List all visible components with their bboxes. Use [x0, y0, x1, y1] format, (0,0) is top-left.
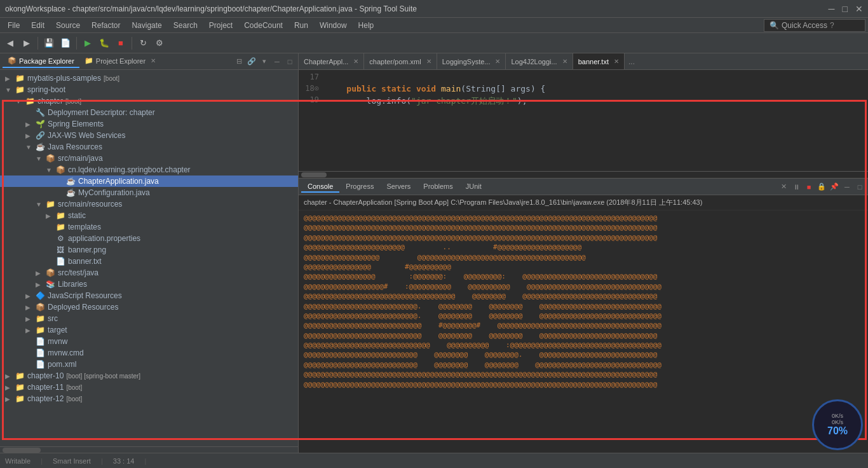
tree-item-3[interactable]: 🔧Deployment Descriptor: chapter	[0, 107, 298, 118]
tree-arrow-4[interactable]: ▶	[25, 121, 34, 128]
tree-item-5[interactable]: ▶🔗JAX-WS Web Services	[0, 130, 298, 141]
code-editor[interactable]: 17 18⊙ public static void main(String[] …	[299, 70, 868, 172]
tree-item-16[interactable]: 📄banner.txt	[0, 256, 298, 267]
tree-arrow-18[interactable]: ▶	[36, 281, 44, 288]
editor-tab-close-2[interactable]: ✕	[495, 58, 500, 65]
tab-problems[interactable]: Problems	[417, 181, 459, 193]
menu-item-source[interactable]: Source	[51, 20, 85, 31]
run-button[interactable]: ▶	[80, 36, 95, 51]
maximize-bottom-button[interactable]: □	[854, 181, 865, 193]
editor-tab-3[interactable]: Log4J2Loggi...✕	[506, 53, 573, 69]
tree-item-8[interactable]: ▼📦cn.lqdev.learning.springboot.chapter	[0, 164, 298, 176]
pin-button[interactable]: 📌	[829, 181, 840, 193]
tree-arrow-21[interactable]: ▶	[25, 315, 34, 322]
editor-tabs-overflow[interactable]: ...	[625, 57, 639, 66]
editor-tab-close-1[interactable]: ✕	[426, 58, 431, 65]
tab-junit[interactable]: JUnit	[459, 181, 488, 193]
tab-progress[interactable]: Progress	[339, 181, 380, 193]
tree-arrow-2[interactable]: ▼	[15, 98, 24, 105]
tab-package-explorer[interactable]: 📦 Package Explorer	[3, 55, 79, 68]
tree-item-12[interactable]: ▶📁static	[0, 210, 298, 221]
tree-item-17[interactable]: ▶📦src/test/java	[0, 267, 298, 279]
tree-item-7[interactable]: ▼📦src/main/java	[0, 153, 298, 164]
menu-item-window[interactable]: Window	[315, 20, 352, 31]
link-with-editor-button[interactable]: 🔗	[246, 56, 257, 67]
tree-arrow-12[interactable]: ▶	[46, 212, 55, 219]
forward-button[interactable]: ▶	[19, 36, 34, 51]
close-project-explorer-icon[interactable]: ✕	[151, 57, 156, 64]
editor-tab-close-4[interactable]: ✕	[614, 58, 619, 65]
tree-item-22[interactable]: ▶📁target	[0, 324, 298, 336]
tree-item-10[interactable]: ☕MyConfiguration.java	[0, 187, 298, 198]
tab-console[interactable]: Console	[301, 181, 339, 193]
horizontal-scrollbar[interactable]	[0, 446, 298, 453]
panel-menu-button[interactable]: ▾	[259, 56, 270, 67]
tree-item-19[interactable]: ▶🔷JavaScript Resources	[0, 290, 298, 301]
clear-console-button[interactable]: ✕	[778, 181, 789, 193]
minimize-bottom-button[interactable]: ─	[841, 181, 853, 193]
back-button[interactable]: ◀	[3, 36, 18, 51]
tree-arrow-7[interactable]: ▼	[36, 155, 44, 162]
tree-item-13[interactable]: 📁templates	[0, 221, 298, 233]
minimize-panel-button[interactable]: ─	[271, 56, 283, 67]
menu-item-help[interactable]: Help	[353, 20, 379, 31]
tree-item-18[interactable]: ▶📚Libraries	[0, 279, 298, 290]
tree-item-24[interactable]: 📄mvnw.cmd	[0, 347, 298, 359]
collapse-all-button[interactable]: ⊟	[233, 56, 245, 67]
tree-arrow-19[interactable]: ▶	[25, 292, 34, 299]
minimize-button[interactable]: ─	[829, 4, 835, 14]
tree-item-20[interactable]: ▶📦Deployed Resources	[0, 301, 298, 313]
tree-item-27[interactable]: ▶📁chapter-11[boot]	[0, 382, 298, 393]
tree-item-15[interactable]: 🖼banner.png	[0, 244, 298, 256]
tree-item-26[interactable]: ▶📁chapter-10[boot] [spring-boot master]	[0, 370, 298, 382]
tree-item-6[interactable]: ▼☕Java Resources	[0, 141, 298, 153]
menu-item-refactor[interactable]: Refactor	[86, 20, 125, 31]
tree-item-4[interactable]: ▶🌱Spring Elements	[0, 118, 298, 130]
maximize-panel-button[interactable]: □	[284, 56, 295, 67]
save-button[interactable]: 💾	[41, 36, 57, 51]
stop-button[interactable]: ■	[113, 36, 128, 51]
tree-arrow-27[interactable]: ▶	[5, 384, 14, 391]
tree-item-2[interactable]: ▼📁chapter[boot]	[0, 95, 298, 107]
maximize-button[interactable]: □	[843, 4, 848, 14]
menu-item-project[interactable]: Project	[204, 20, 238, 31]
tree-item-21[interactable]: ▶📁src	[0, 313, 298, 324]
tree-arrow-17[interactable]: ▶	[36, 270, 44, 277]
menu-item-edit[interactable]: Edit	[26, 20, 50, 31]
tree-arrow-1[interactable]: ▼	[5, 86, 14, 93]
settings-button[interactable]: ⚙	[152, 36, 167, 51]
menu-item-navigate[interactable]: Navigate	[126, 20, 166, 31]
editor-tab-close-3[interactable]: ✕	[562, 58, 567, 65]
tree-item-25[interactable]: 📄pom.xml	[0, 359, 298, 370]
tree-arrow-20[interactable]: ▶	[25, 304, 34, 311]
tree-item-11[interactable]: ▼📁src/main/resources	[0, 198, 298, 210]
tree-arrow-8[interactable]: ▼	[46, 167, 55, 174]
tree-item-14[interactable]: ⚙application.properties	[0, 233, 298, 244]
quick-access-box[interactable]: 🔍 Quick Access ?	[764, 19, 865, 32]
scrollbar-thumb[interactable]	[3, 448, 41, 453]
editor-tab-0[interactable]: ChapterAppl...✕	[299, 53, 364, 69]
menu-item-run[interactable]: Run	[289, 20, 313, 31]
tree-arrow-28[interactable]: ▶	[5, 396, 14, 403]
pause-console-button[interactable]: ⏸	[790, 181, 802, 193]
tab-project-explorer[interactable]: 📁 Project Explorer ✕	[79, 55, 161, 68]
tree-arrow-22[interactable]: ▶	[25, 327, 34, 334]
tree-item-1[interactable]: ▼📁spring-boot	[0, 84, 298, 95]
code-hscroll[interactable]	[299, 172, 868, 178]
tree-arrow-11[interactable]: ▼	[36, 201, 44, 208]
tree-item-0[interactable]: ▶📁mybatis-plus-samples[boot]	[0, 72, 298, 84]
tab-servers[interactable]: Servers	[380, 181, 417, 193]
editor-tab-2[interactable]: LoggingSyste...✕	[437, 53, 506, 69]
editor-tab-1[interactable]: chapter/pom.xml✕	[364, 53, 437, 69]
tree-item-23[interactable]: 📄mvnw	[0, 336, 298, 347]
new-button[interactable]: 📄	[58, 36, 73, 51]
stop-console-button[interactable]: ■	[803, 181, 815, 193]
code-hscroll-thumb[interactable]	[301, 172, 327, 177]
close-button[interactable]: ✕	[855, 4, 863, 14]
tree-arrow-5[interactable]: ▶	[25, 132, 34, 139]
tree-item-28[interactable]: ▶📁chapter-12[boot]	[0, 393, 298, 404]
scroll-lock-button[interactable]: 🔒	[816, 181, 827, 193]
editor-tab-close-0[interactable]: ✕	[353, 58, 358, 65]
debug-button[interactable]: 🐛	[97, 36, 112, 51]
menu-item-search[interactable]: Search	[168, 20, 203, 31]
